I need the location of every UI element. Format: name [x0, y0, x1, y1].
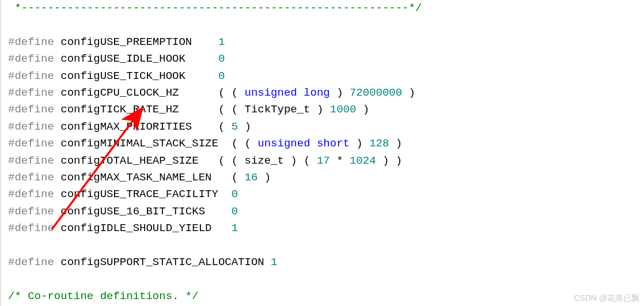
- directive: #define: [8, 36, 54, 48]
- keyword: unsigned short: [257, 137, 350, 150]
- macro-name: configTOTAL_HEAP_SIZE: [60, 154, 198, 167]
- macro-value: 0: [232, 188, 238, 201]
- number: 17: [317, 154, 330, 167]
- code-line[interactable]: [8, 237, 644, 254]
- code-line[interactable]: [8, 17, 644, 33]
- comment-text: /* Co-routine definitions. */: [8, 290, 199, 303]
- macro-name: configUSE_PREEMPTION: [60, 36, 192, 48]
- editor-gutter: [0, 0, 1, 306]
- directive: #define: [8, 154, 54, 167]
- directive: #define: [8, 103, 54, 116]
- comment-text: *---------------------------------------…: [8, 2, 422, 14]
- macro-value: 0: [232, 205, 238, 218]
- macro-name: configMINIMAL_STACK_SIZE: [60, 137, 218, 150]
- macro-name: configCPU_CLOCK_HZ: [60, 86, 179, 99]
- directive: #define: [8, 137, 54, 150]
- macro-value: 72000000: [350, 86, 402, 99]
- code-line[interactable]: *---------------------------------------…: [8, 0, 644, 17]
- macro-value: 0: [218, 52, 225, 65]
- directive: #define: [8, 222, 54, 235]
- macro-value: 1: [232, 222, 238, 235]
- macro-name: configTICK_RATE_HZ: [60, 103, 179, 116]
- keyword: unsigned long: [245, 86, 330, 99]
- watermark-text: CSDN @花落已飘: [574, 293, 639, 304]
- code-line[interactable]: #define configMAX_TASK_NAME_LEN ( 16 ): [8, 169, 644, 186]
- directive: #define: [8, 70, 54, 82]
- macro-value: 128: [369, 137, 389, 150]
- macro-name: configMAX_PRIORITIES: [60, 120, 192, 133]
- code-line[interactable]: /* Co-routine definitions. */: [8, 288, 644, 305]
- code-line[interactable]: #define configUSE_TICK_HOOK 0: [8, 68, 644, 85]
- code-line[interactable]: #define configTICK_RATE_HZ ( ( TickType_…: [8, 101, 644, 118]
- code-line[interactable]: #define configUSE_TRACE_FACILITY 0: [8, 186, 644, 203]
- macro-name: configUSE_IDLE_HOOK: [60, 52, 185, 65]
- macro-value: 1: [271, 256, 277, 269]
- directive: #define: [8, 188, 54, 201]
- number: 1024: [350, 154, 376, 167]
- macro-value: 16: [245, 171, 258, 184]
- macro-name: configSUPPORT_STATIC_ALLOCATION: [60, 256, 271, 269]
- macro-value: 0: [218, 70, 225, 82]
- directive: #define: [8, 120, 54, 133]
- code-line[interactable]: #define configMINIMAL_STACK_SIZE ( ( uns…: [8, 135, 644, 152]
- directive: #define: [8, 171, 54, 184]
- code-line[interactable]: #define configSUPPORT_STATIC_ALLOCATION …: [8, 254, 644, 271]
- code-line[interactable]: #define configUSE_16_BIT_TICKS 0: [8, 203, 644, 220]
- macro-name: configUSE_TRACE_FACILITY: [60, 188, 218, 201]
- macro-name: configUSE_TICK_HOOK: [60, 70, 185, 82]
- directive: #define: [8, 52, 54, 65]
- directive: #define: [8, 256, 54, 269]
- code-line[interactable]: #define configUSE_IDLE_HOOK 0: [8, 51, 644, 67]
- macro-value: 5: [232, 120, 238, 133]
- directive: #define: [8, 86, 54, 99]
- macro-name: configUSE_16_BIT_TICKS: [60, 205, 205, 218]
- code-line[interactable]: #define configIDLE_SHOULD_YIELD 1: [8, 220, 644, 237]
- macro-value: 1: [218, 36, 225, 48]
- code-line[interactable]: #define configCPU_CLOCK_HZ ( ( unsigned …: [8, 85, 644, 101]
- code-line[interactable]: [8, 271, 644, 288]
- code-line[interactable]: #define configUSE_PREEMPTION 1: [8, 34, 644, 51]
- code-line[interactable]: #define configTOTAL_HEAP_SIZE ( ( size_t…: [8, 153, 644, 169]
- macro-name: configMAX_TASK_NAME_LEN: [60, 171, 211, 184]
- macro-value: 1000: [330, 103, 357, 116]
- code-line[interactable]: #define configMAX_PRIORITIES ( 5 ): [8, 119, 644, 135]
- macro-name: configIDLE_SHOULD_YIELD: [60, 222, 211, 235]
- directive: #define: [8, 205, 54, 218]
- code-editor[interactable]: *---------------------------------------…: [0, 0, 644, 306]
